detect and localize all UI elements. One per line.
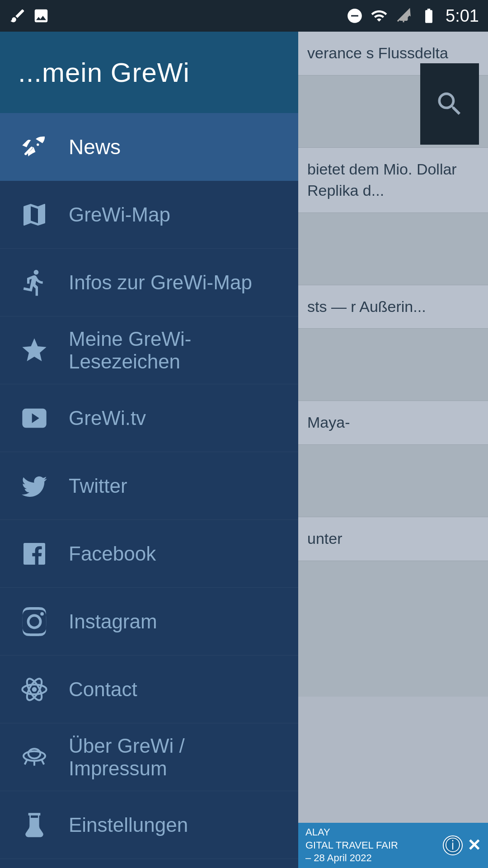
rocket-icon (18, 131, 51, 163)
news-label: News (69, 135, 121, 159)
status-bar: 5:01 (0, 0, 488, 32)
ad-close-button[interactable]: ✕ (467, 836, 481, 855)
sidebar-item-contact[interactable]: Contact (0, 656, 298, 723)
contact-label: Contact (69, 678, 137, 701)
ufo-icon (18, 741, 51, 774)
svg-line-8 (25, 760, 27, 764)
status-time: 5:01 (446, 6, 479, 26)
search-icon (434, 89, 465, 119)
sidebar-item-instagram[interactable]: Instagram (0, 588, 298, 656)
map-icon (18, 198, 51, 231)
sidebar-item-grewi-tv[interactable]: GreWi.tv (0, 384, 298, 452)
search-button[interactable] (420, 63, 479, 145)
bookmarks-label: Meine GreWi-Lesezeichen (69, 328, 280, 373)
drawer-header: ...mein GreWi (0, 32, 298, 113)
sidebar-item-news[interactable]: News (0, 113, 298, 181)
sidebar-item-map-infos[interactable]: Infos zur GreWi-Map (0, 249, 298, 316)
signal-off-icon (395, 7, 412, 24)
grewi-map-label: GreWi-Map (69, 203, 170, 226)
map-infos-label: Infos zur GreWi-Map (69, 271, 252, 294)
svg-line-10 (42, 760, 44, 764)
right-content: verance s Flussdelta bietet dem Mio. Dol… (298, 32, 488, 868)
twitter-label: Twitter (69, 475, 127, 497)
sidebar-item-grewi-map[interactable]: GreWi-Map (0, 181, 298, 249)
grewi-tv-label: GreWi.tv (69, 407, 146, 429)
sidebar-item-settings[interactable]: Einstellungen (0, 791, 298, 859)
sidebar-item-bookmarks[interactable]: Meine GreWi-Lesezeichen (0, 316, 298, 384)
footprints-icon (18, 266, 51, 299)
main-layout: verance s Flussdelta bietet dem Mio. Dol… (0, 32, 488, 868)
svg-point-6 (23, 751, 45, 760)
svg-point-7 (28, 749, 41, 758)
ad-banner: ALAYGITAL TRAVEL FAIR– 28 April 2022 ⓘ ✕ (298, 823, 488, 868)
sidebar-item-facebook[interactable]: Facebook (0, 520, 298, 588)
app-title: ...mein GreWi (18, 57, 190, 88)
facebook-label: Facebook (69, 542, 156, 565)
content-snippet-5: unter (298, 517, 488, 561)
instagram-icon (18, 605, 51, 638)
settings-label: Einstellungen (69, 814, 188, 836)
content-snippet-2: bietet dem Mio. Dollar Replika d... (298, 148, 488, 213)
impressum-label: Über GreWi / Impressum (69, 735, 280, 780)
sidebar-item-twitter[interactable]: Twitter (0, 452, 298, 520)
content-snippet-3: sts — r Außerin... (298, 285, 488, 329)
status-left-icons (9, 7, 50, 24)
ad-info-icon[interactable]: ⓘ (443, 835, 463, 855)
wifi-icon (371, 7, 388, 24)
content-snippet-4: Maya- (298, 401, 488, 445)
atom-icon (18, 673, 51, 706)
status-right-icons: 5:01 (346, 6, 479, 26)
navigation-drawer: ...mein GreWi News GreWi-Map (0, 32, 298, 868)
minus-circle-icon (346, 7, 363, 24)
image-icon (33, 7, 50, 24)
star-icon (18, 334, 51, 367)
facebook-icon (18, 538, 51, 570)
svg-point-2 (32, 687, 37, 692)
youtube-icon (18, 402, 51, 434)
brush-icon (9, 7, 26, 24)
instagram-label: Instagram (69, 610, 157, 633)
flask-icon (18, 809, 51, 841)
battery-icon (419, 7, 438, 24)
sidebar-item-impressum[interactable]: Über GreWi / Impressum (0, 723, 298, 791)
ad-text: ALAYGITAL TRAVEL FAIR– 28 April 2022 (305, 826, 398, 865)
twitter-icon (18, 470, 51, 502)
